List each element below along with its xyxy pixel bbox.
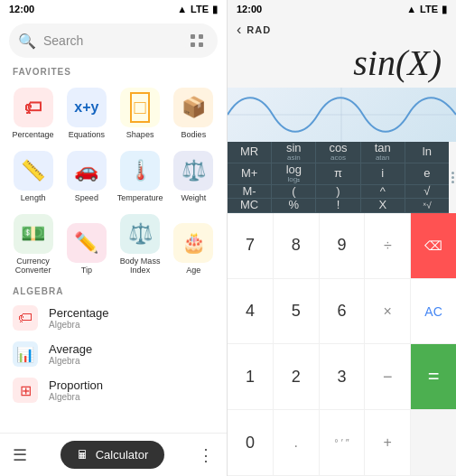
currency-icon-box: 💵 bbox=[14, 214, 53, 254]
grid-view-icon[interactable] bbox=[185, 29, 209, 52]
algebra-percentage-icon: 🏷 bbox=[13, 305, 38, 331]
sci-sin[interactable]: sinasin bbox=[272, 142, 316, 163]
btn-4[interactable]: 4 bbox=[228, 279, 274, 345]
back-button[interactable]: ‹ bbox=[237, 22, 241, 38]
btn-0[interactable]: 0 bbox=[228, 410, 274, 476]
fav-equations[interactable]: x+y Equations bbox=[60, 82, 112, 144]
side-dot-3 bbox=[451, 181, 454, 183]
sci-mr[interactable]: MR bbox=[228, 142, 272, 163]
sci-lparen[interactable]: ( bbox=[272, 185, 316, 199]
num-row-3: 1 2 3 − = bbox=[228, 344, 456, 410]
fav-temperature[interactable]: 🌡️ Temperature bbox=[115, 145, 166, 207]
btn-2[interactable]: 2 bbox=[274, 344, 320, 410]
calculator-fab[interactable]: 🖩 Calculator bbox=[60, 441, 165, 469]
btn-equals[interactable]: = bbox=[411, 344, 456, 410]
sci-percent[interactable]: % bbox=[272, 199, 316, 212]
search-bar[interactable]: 🔍 Search bbox=[9, 23, 218, 58]
sci-cos[interactable]: cosacos bbox=[316, 142, 360, 163]
sci-tan[interactable]: tanatan bbox=[361, 142, 405, 163]
sci-mc[interactable]: MC bbox=[228, 199, 272, 212]
length-icon-box: 📏 bbox=[14, 151, 53, 191]
fav-bodies[interactable]: 📦 Bodies bbox=[168, 82, 219, 144]
fav-weight-label: Weight bbox=[181, 193, 206, 203]
sci-log[interactable]: loglog₂ bbox=[272, 163, 316, 185]
btn-5[interactable]: 5 bbox=[274, 279, 320, 345]
btn-9[interactable]: 9 bbox=[320, 213, 366, 279]
rad-mode-badge[interactable]: RAD bbox=[247, 24, 271, 35]
svg-rect-3 bbox=[199, 42, 203, 47]
btn-plus[interactable]: + bbox=[365, 410, 411, 476]
fav-tip[interactable]: ✏️ Tip bbox=[60, 209, 112, 280]
fav-age[interactable]: 🎂 Age bbox=[168, 209, 219, 280]
fav-bodies-label: Bodies bbox=[181, 130, 207, 140]
sci-e[interactable]: e bbox=[405, 163, 449, 185]
fav-bmi[interactable]: ⚖️ Body Mass Index bbox=[115, 209, 166, 280]
algebra-percentage-item[interactable]: 🏷 Percentage Algebra bbox=[0, 300, 227, 336]
fav-weight[interactable]: ⚖️ Weight bbox=[168, 145, 219, 207]
fav-length-label: Length bbox=[21, 193, 46, 203]
sci-x[interactable]: X bbox=[361, 199, 405, 212]
fav-currency[interactable]: 💵 Currency Converter bbox=[7, 209, 59, 280]
sci-i[interactable]: i bbox=[361, 163, 405, 185]
btn-dot[interactable]: . bbox=[274, 410, 320, 476]
btn-empty bbox=[411, 410, 456, 476]
fav-percentage[interactable]: 🏷 Percentage bbox=[7, 82, 59, 144]
lte-label: LTE bbox=[191, 4, 209, 14]
num-row-4: 0 . ° ′ ″ + bbox=[228, 410, 456, 476]
temperature-icon: 🌡️ bbox=[128, 159, 153, 182]
fav-bmi-label: Body Mass Index bbox=[116, 257, 164, 276]
btn-delete[interactable]: ⌫ bbox=[411, 213, 456, 279]
bodies-icon: 📦 bbox=[181, 96, 206, 119]
side-dots bbox=[449, 142, 456, 213]
btn-divide[interactable]: ÷ bbox=[365, 213, 411, 279]
btn-3[interactable]: 3 bbox=[320, 344, 366, 410]
btn-degree[interactable]: ° ′ ″ bbox=[320, 410, 366, 476]
age-icon-box: 🎂 bbox=[173, 223, 213, 263]
fav-speed-label: Speed bbox=[75, 193, 98, 203]
calc-display: sin(X) bbox=[228, 42, 456, 88]
btn-minus[interactable]: − bbox=[365, 344, 411, 410]
btn-1[interactable]: 1 bbox=[228, 344, 274, 410]
tip-icon: ✏️ bbox=[74, 231, 98, 255]
sci-sqrt[interactable]: √ bbox=[405, 185, 449, 199]
algebra-average-item[interactable]: 📊 Average Algebra bbox=[0, 336, 227, 372]
fav-currency-label: Currency Converter bbox=[9, 257, 57, 276]
btn-8[interactable]: 8 bbox=[274, 213, 320, 279]
sci-power[interactable]: ^ bbox=[361, 185, 405, 199]
btn-ac[interactable]: AC bbox=[411, 279, 456, 345]
shapes-icon: □ bbox=[130, 92, 149, 123]
tip-icon-box: ✏️ bbox=[67, 223, 107, 263]
sci-pi[interactable]: π bbox=[316, 163, 360, 185]
sci-mplus[interactable]: M+ bbox=[228, 163, 272, 185]
right-time: 12:00 bbox=[237, 4, 262, 14]
menu-icon[interactable]: ☰ bbox=[13, 445, 27, 465]
speed-icon-box: 🚗 bbox=[67, 151, 107, 191]
fav-length[interactable]: 📏 Length bbox=[7, 145, 59, 207]
right-signal-icon: ▲ bbox=[406, 4, 416, 14]
right-status-icons: ▲ LTE ▮ bbox=[406, 4, 447, 15]
calc-fab-label: Calculator bbox=[96, 448, 149, 462]
sci-ln[interactable]: ln bbox=[405, 142, 449, 163]
shapes-icon-box: □ bbox=[120, 88, 160, 127]
percentage-icon: 🏷 bbox=[24, 98, 42, 118]
fav-shapes[interactable]: □ Shapes bbox=[115, 82, 166, 144]
sci-mminus[interactable]: M- bbox=[228, 185, 272, 199]
btn-multiply[interactable]: × bbox=[365, 279, 411, 345]
svg-rect-2 bbox=[191, 42, 195, 47]
right-battery-icon: ▮ bbox=[442, 4, 447, 15]
algebra-proportion-item[interactable]: ⊞ Proportion Algebra bbox=[0, 372, 227, 408]
btn-6[interactable]: 6 bbox=[320, 279, 366, 345]
more-icon[interactable]: ⋮ bbox=[198, 445, 214, 465]
btn-7[interactable]: 7 bbox=[228, 213, 274, 279]
sci-row-2: M+ loglog₂ π i e bbox=[228, 163, 449, 185]
bottom-bar: ☰ 🖩 Calculator ⋮ bbox=[0, 433, 227, 476]
side-dot-2 bbox=[451, 176, 454, 179]
grid-svg bbox=[191, 34, 203, 47]
sci-rparen[interactable]: ) bbox=[316, 185, 360, 199]
left-status-bar: 12:00 ▲ LTE ▮ bbox=[0, 0, 227, 18]
sci-xsqrt[interactable]: ˣ√ bbox=[405, 199, 449, 212]
percentage-icon-box: 🏷 bbox=[14, 88, 53, 127]
fav-speed[interactable]: 🚗 Speed bbox=[60, 145, 112, 207]
algebra-proportion-info: Proportion Algebra bbox=[49, 378, 103, 402]
sci-factorial[interactable]: ! bbox=[316, 199, 360, 212]
